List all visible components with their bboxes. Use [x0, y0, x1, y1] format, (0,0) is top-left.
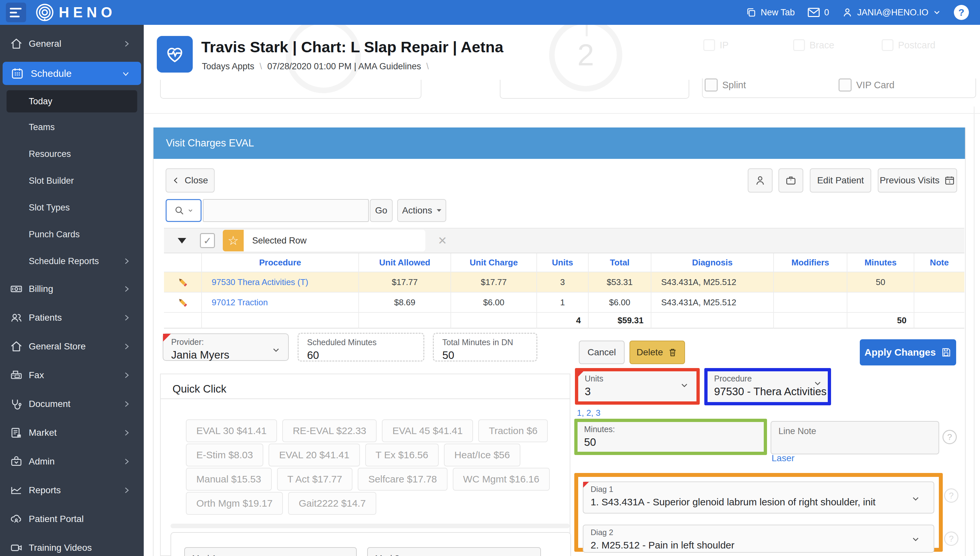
partial-card	[160, 80, 421, 99]
totals-units: 4	[537, 313, 589, 328]
quick-click-button[interactable]: Selfcare $17.78	[358, 468, 447, 491]
sidebar-item-document[interactable]: Document	[0, 390, 144, 419]
star-icon[interactable]	[223, 230, 244, 251]
search-scope-button[interactable]	[166, 199, 201, 222]
quick-click-button[interactable]: E-Stim $8.03	[186, 444, 263, 466]
help-icon[interactable]	[944, 532, 959, 546]
case-button[interactable]	[779, 168, 803, 192]
sidebar-item-schedule-reports[interactable]: Schedule Reports	[0, 248, 144, 275]
sidebar-item-schedule[interactable]: Schedule	[3, 62, 141, 85]
quick-click-button[interactable]: Orth Mgm $19.17	[186, 492, 283, 515]
column-header-modifiers[interactable]: Modifiers	[774, 253, 847, 272]
hamburger-menu-icon[interactable]	[6, 3, 26, 22]
column-header-note[interactable]: Note	[914, 253, 964, 272]
breadcrumb-todays-appts[interactable]: Todays Appts	[202, 61, 255, 71]
sidebar-item-punch-cards[interactable]: Punch Cards	[0, 221, 144, 248]
column-header-diagnosis[interactable]: Diagnosis	[651, 253, 774, 272]
sidebar-item-market[interactable]: Market	[0, 419, 144, 447]
checkbox-ip[interactable]: IP	[703, 39, 729, 51]
new-tab-button[interactable]: New Tab	[745, 7, 795, 18]
breadcrumb-appointment: 07/28/2020 01:00 PM | AMA Guidelines	[267, 61, 421, 71]
chevron-right-icon	[122, 40, 131, 48]
totals-total: $59.31	[589, 313, 651, 328]
quick-click-button[interactable]: Manual $15.53	[186, 468, 272, 491]
delete-button[interactable]: Delete	[630, 341, 685, 364]
procedure-select[interactable]: Procedure 97530 - Thera Activities	[708, 371, 828, 402]
mod1-input[interactable]: Mod 1	[184, 547, 357, 556]
help-button[interactable]: ?	[954, 5, 969, 20]
sidebar-item-admin[interactable]: Admin	[0, 447, 144, 476]
sidebar-item-general-store[interactable]: General Store	[0, 332, 144, 361]
quick-click-button[interactable]: EVAL 45 $41.41	[382, 419, 473, 442]
remove-filter-icon[interactable]	[438, 234, 447, 247]
sidebar-item-fax[interactable]: Fax	[0, 361, 144, 390]
units-field-highlighted: Units 3	[575, 368, 700, 405]
checkbox-brace[interactable]: Brace	[793, 39, 834, 51]
filter-checkbox[interactable]	[200, 233, 215, 248]
units-quick-values-link[interactable]: 1, 2, 3	[577, 408, 600, 418]
sidebar-item-billing[interactable]: Billing	[0, 275, 144, 303]
sidebar-item-patients[interactable]: Patients	[0, 303, 144, 332]
checkbox-postcard[interactable]: Postcard	[882, 39, 935, 51]
edit-patient-button[interactable]: Edit Patient	[810, 168, 871, 192]
quick-click-button[interactable]: RE-EVAL $22.33	[282, 419, 377, 442]
diag2-select[interactable]: Diag 2 2. M25.512 - Pain in left shoulde…	[583, 525, 934, 553]
provider-select[interactable]: Provider: Jania Myers	[163, 333, 289, 361]
edit-row-button[interactable]	[164, 272, 202, 293]
cancel-button[interactable]: Cancel	[579, 341, 625, 364]
patient-info-button[interactable]	[748, 168, 772, 192]
apply-changes-button[interactable]: Apply Changes	[860, 339, 956, 365]
cell-total: $53.31	[589, 272, 651, 293]
user-menu[interactable]: JANIA@HENO.IO	[841, 6, 941, 18]
quick-click-button[interactable]: WC Mgmt $16.16	[453, 468, 550, 491]
sidebar-item-training-videos[interactable]: Training Videos	[0, 533, 144, 556]
expand-triangle-icon[interactable]	[178, 238, 186, 244]
sidebar-item-resources[interactable]: Resources	[0, 141, 144, 167]
search-input[interactable]	[203, 199, 369, 222]
mail-button[interactable]: 0	[807, 7, 829, 18]
column-header-unit-charge[interactable]: Unit Charge	[451, 253, 537, 272]
column-header-total[interactable]: Total	[589, 253, 651, 272]
laser-link[interactable]: Laser	[772, 453, 795, 464]
chevron-right-icon	[122, 285, 131, 293]
home-icon	[10, 37, 23, 50]
sidebar-item-slot-builder[interactable]: Slot Builder	[0, 167, 144, 194]
column-header-minutes[interactable]: Minutes	[847, 253, 914, 272]
close-button[interactable]: Close	[166, 168, 214, 192]
quick-click-button[interactable]: Heat/Ice $56	[444, 444, 521, 466]
quick-click-button[interactable]: EVAL 30 $41.41	[186, 419, 277, 442]
quick-click-button[interactable]: Traction $6	[478, 419, 548, 442]
column-header-procedure[interactable]: Procedure	[202, 253, 359, 272]
sidebar-item-today[interactable]: Today	[6, 90, 137, 112]
quick-click-button[interactable]: T Ex $16.56	[365, 444, 439, 466]
sidebar-item-teams[interactable]: Teams	[0, 114, 144, 141]
column-header-units[interactable]: Units	[537, 253, 589, 272]
line-note-input[interactable]	[770, 421, 939, 454]
help-icon[interactable]	[944, 488, 959, 503]
sidebar-item-general[interactable]: General	[0, 29, 144, 58]
sidebar-item-patient-portal[interactable]: Patient Portal	[0, 505, 144, 533]
required-marker	[583, 482, 589, 488]
quick-click-button[interactable]: Gait2222 $14.7	[288, 492, 376, 515]
procedure-link[interactable]: 97012 Traction	[212, 297, 268, 307]
actions-button[interactable]: Actions	[397, 199, 446, 222]
edit-row-button[interactable]	[164, 293, 202, 313]
sidebar-item-reports[interactable]: Reports	[0, 476, 144, 505]
search-icon	[174, 205, 185, 217]
units-select[interactable]: Units 3	[578, 371, 696, 401]
visit-charges-panel: Visit Charges EVAL Close Edit Patient Pr…	[153, 128, 965, 556]
quick-click-button[interactable]: EVAL 20 $41.41	[269, 444, 359, 466]
mod2-input[interactable]: Mod 2	[367, 547, 541, 556]
horizontal-scrollbar[interactable]	[171, 524, 570, 528]
banknote-icon	[10, 283, 23, 296]
column-header-unit-allowed[interactable]: Unit Allowed	[359, 253, 451, 272]
previous-visits-button[interactable]: Previous Visits 1	[878, 168, 957, 192]
sidebar-item-slot-types[interactable]: Slot Types	[0, 194, 144, 221]
diag1-select[interactable]: Diag 1 1. S43.431A - Superior glenoid la…	[583, 482, 934, 514]
chevron-left-icon	[172, 176, 180, 185]
minutes-input[interactable]: Minutes: 50	[577, 422, 764, 452]
go-button[interactable]: Go	[370, 199, 393, 222]
help-icon[interactable]	[943, 430, 957, 444]
quick-click-button[interactable]: T Act $17.77	[277, 468, 353, 491]
procedure-link[interactable]: 97530 Thera Activities (T)	[212, 277, 308, 287]
